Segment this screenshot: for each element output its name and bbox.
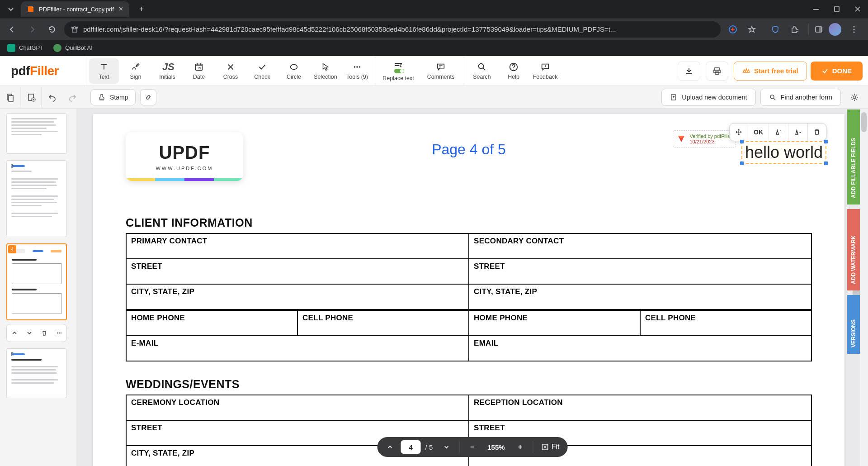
tool-selection[interactable]: Selection: [311, 58, 340, 84]
text-annotation-box[interactable]: hello world: [741, 141, 826, 164]
download-button[interactable]: [678, 62, 700, 81]
google-services-icon[interactable]: [725, 22, 741, 37]
done-button[interactable]: DONE: [811, 62, 863, 81]
tool-replace-text[interactable]: Replace text: [378, 58, 419, 84]
popup-font-increase[interactable]: [769, 124, 788, 141]
verified-badge[interactable]: Verified by pdfFiller 10/21/2023: [673, 130, 736, 147]
resize-handle[interactable]: [740, 140, 744, 143]
tool-feedback[interactable]: Feedback: [530, 58, 560, 84]
add-page-button[interactable]: [21, 87, 42, 108]
rail-watermark[interactable]: ADD WATERMARK: [847, 209, 860, 290]
bookmark-chatgpt[interactable]: ChatGPT: [7, 44, 43, 52]
table-cell[interactable]: HOME PHONE: [126, 310, 297, 336]
redo-button[interactable]: [62, 87, 83, 108]
tool-date[interactable]: 15 Date: [184, 58, 214, 84]
tool-circle[interactable]: Circle: [279, 58, 309, 84]
zoom-in[interactable]: [511, 438, 529, 456]
canvas-scrollbar[interactable]: [860, 109, 868, 466]
tab-search-toggle[interactable]: [4, 2, 18, 16]
start-trial-button[interactable]: Start free trial: [734, 62, 807, 81]
table-cell[interactable]: CELL PHONE: [297, 310, 469, 336]
url-field[interactable]: pdffiller.com/jsfiller-desk16/?requestHa…: [64, 21, 721, 38]
browser-menu-button[interactable]: [846, 22, 862, 37]
popup-ok[interactable]: OK: [748, 124, 769, 141]
window-maximize-button[interactable]: [826, 0, 847, 18]
bookmark-star-button[interactable]: [744, 22, 760, 37]
window-minimize-button[interactable]: [806, 0, 826, 18]
tool-check[interactable]: Check: [247, 58, 277, 84]
tool-more-tools[interactable]: Tools (9): [342, 58, 372, 84]
extension-shield-button[interactable]: [768, 22, 783, 37]
zoom-out[interactable]: [463, 438, 481, 456]
table-cell[interactable]: STREET: [126, 259, 469, 284]
stamp-button[interactable]: Stamp: [90, 89, 136, 105]
page-next[interactable]: [437, 438, 455, 456]
thumbnail-page-4[interactable]: 4: [6, 243, 67, 342]
nav-reload-button[interactable]: [44, 22, 60, 37]
window-close-button[interactable]: [847, 0, 868, 18]
thumbnail-page-3[interactable]: 3: [6, 160, 67, 237]
feedback-icon: [540, 62, 550, 72]
rail-fillable-fields[interactable]: ADD FILLABLE FIELDS: [847, 109, 860, 204]
print-button[interactable]: [706, 62, 728, 81]
thumb-more[interactable]: [56, 330, 62, 336]
thumbnail-page-2-partial[interactable]: [6, 113, 67, 154]
table-cell[interactable]: CEREMONY LOCATION: [126, 395, 469, 420]
browser-tab[interactable]: PDFfiller - contract_Copy.pdf ×: [21, 1, 129, 17]
table-cell[interactable]: CELL PHONE: [640, 310, 811, 336]
tool-cross[interactable]: Cross: [216, 58, 245, 84]
pages-panel-button[interactable]: [0, 87, 21, 108]
table-cell[interactable]: EMAIL: [469, 336, 811, 361]
site-info-icon[interactable]: [71, 25, 79, 33]
annotation-text[interactable]: hello world: [745, 143, 823, 162]
resize-handle[interactable]: [824, 162, 828, 165]
popup-move[interactable]: [730, 124, 748, 141]
tool-help[interactable]: Help: [499, 58, 528, 84]
new-tab-button[interactable]: +: [135, 2, 148, 16]
tool-initials[interactable]: JS Initials: [152, 58, 182, 84]
table-cell[interactable]: CITY, STATE, ZIP: [126, 284, 469, 309]
thumb-delete[interactable]: [41, 330, 47, 336]
table-cell[interactable]: HOME PHONE: [469, 310, 640, 336]
link-button[interactable]: [140, 89, 156, 105]
tool-comments[interactable]: Comments: [420, 58, 461, 84]
side-panel-button[interactable]: [808, 22, 824, 37]
page-current-input[interactable]: 4: [401, 440, 421, 454]
pdf-page[interactable]: UPDF WWW.UPDF.COM Page 4 of 5 Verified b…: [93, 114, 844, 466]
resize-handle[interactable]: [740, 162, 744, 165]
table-cell[interactable]: RECEPTION LOCATION: [469, 395, 811, 420]
table-cell[interactable]: STREET: [469, 259, 811, 284]
zoom-level[interactable]: 155%: [483, 443, 509, 451]
zoom-fit[interactable]: Fit: [537, 443, 564, 451]
dots-icon: [56, 330, 62, 336]
popup-delete[interactable]: [808, 124, 826, 141]
rail-label: VERSIONS: [850, 319, 857, 347]
profile-avatar[interactable]: [827, 22, 843, 37]
tool-sign[interactable]: Sign: [121, 58, 151, 84]
document-canvas[interactable]: UPDF WWW.UPDF.COM Page 4 of 5 Verified b…: [77, 109, 868, 466]
thumb-move-down[interactable]: [26, 330, 33, 336]
extensions-button[interactable]: [787, 22, 802, 37]
table-cell[interactable]: SECONDARY CONTACT: [469, 233, 811, 259]
upload-document-button[interactable]: Upload new document: [661, 89, 755, 106]
thumbnail-page-5[interactable]: 5: [6, 348, 67, 398]
tool-label: Sign: [130, 74, 141, 80]
table-cell[interactable]: E-MAIL: [126, 336, 469, 361]
resize-handle[interactable]: [824, 140, 828, 143]
table-cell[interactable]: CITY, STATE, ZIP: [469, 284, 811, 309]
thumb-move-up[interactable]: [11, 330, 18, 336]
tool-search[interactable]: Search: [467, 58, 497, 84]
settings-button[interactable]: [845, 87, 863, 108]
find-form-button[interactable]: Find another form: [760, 89, 841, 106]
app-logo[interactable]: pdfFiller: [0, 56, 86, 86]
tool-text[interactable]: Text: [89, 58, 119, 84]
page-prev[interactable]: [381, 438, 399, 456]
nav-back-button[interactable]: [5, 22, 20, 37]
popup-font-decrease[interactable]: [788, 124, 808, 141]
bookmark-quillbot[interactable]: QuillBot AI: [53, 44, 93, 52]
nav-forward-button[interactable]: [24, 22, 40, 37]
table-cell[interactable]: PRIMARY CONTACT: [126, 233, 469, 259]
undo-button[interactable]: [42, 87, 62, 108]
rail-versions[interactable]: VERSIONS: [847, 295, 860, 354]
tab-close-button[interactable]: ×: [119, 5, 123, 13]
